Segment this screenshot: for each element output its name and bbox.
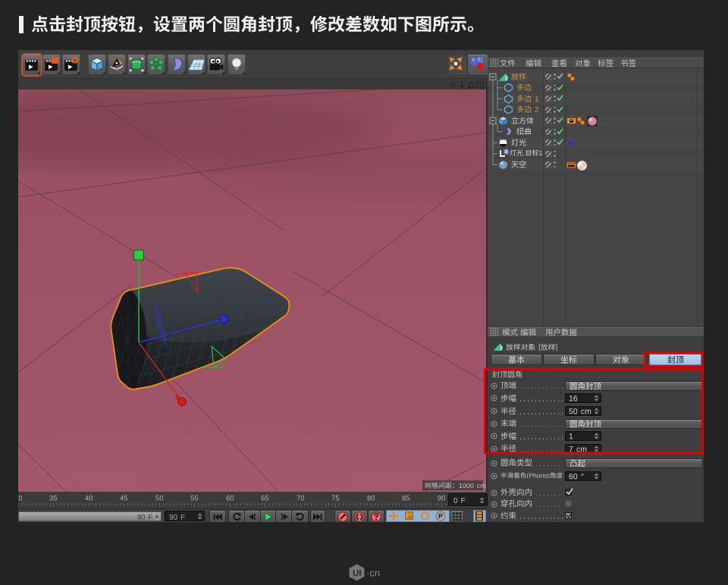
svg-text:0: 0 [505, 150, 507, 155]
svg-text:P: P [438, 512, 443, 520]
